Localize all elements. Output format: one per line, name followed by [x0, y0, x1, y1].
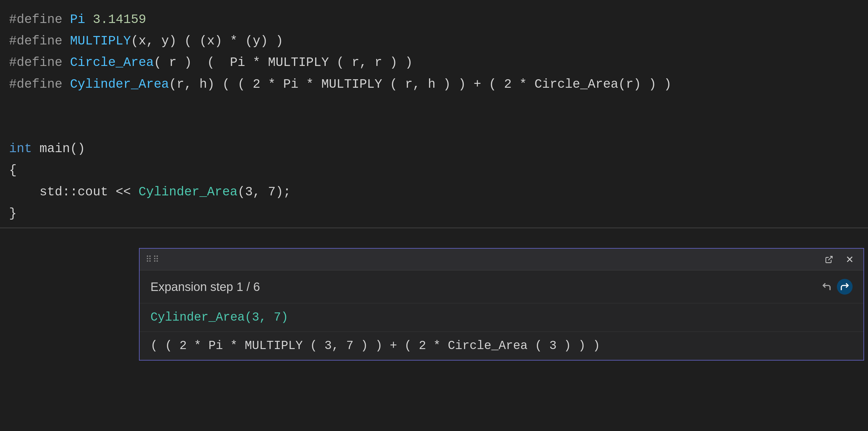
svg-line-0 [829, 256, 832, 260]
panel-header: Expansion step 1 / 6 [140, 270, 864, 304]
code-token: (x, y) ( (x) * (y) ) [131, 31, 283, 51]
code-line-3: #define Circle_Area( r ) ( Pi * MULTIPLY… [0, 52, 868, 74]
expansion-panel: ⠿⠿ ✕ Expansion step 1 / 6 [139, 248, 864, 361]
prev-step-button[interactable] [819, 279, 834, 295]
close-icon: ✕ [846, 254, 854, 265]
panel-action-buttons: ✕ [821, 252, 858, 267]
code-line-2: #define MULTIPLY(x, y) ( (x) * (y) ) [0, 31, 868, 52]
expanded-result-row: ( ( 2 * Pi * MULTIPLY ( 3, 7 ) ) + ( 2 *… [140, 332, 864, 360]
code-line-8: { [0, 160, 868, 181]
code-token: #define [9, 53, 70, 73]
code-token: #define [9, 75, 70, 95]
code-token: (3, 7); [238, 182, 291, 202]
code-token: } [9, 204, 17, 224]
code-line-9: std::cout << Cylinder_Area(3, 7); [0, 181, 868, 203]
code-token: Pi [70, 10, 85, 30]
code-token: #define [9, 10, 70, 30]
code-line-1: #define Pi 3.14159 [0, 9, 868, 31]
code-token: { [9, 160, 17, 180]
code-line-7: int main() [0, 138, 868, 160]
code-token: int [9, 139, 32, 159]
code-token: main() [32, 139, 85, 159]
code-token: MULTIPLY [70, 31, 131, 51]
expand-external-button[interactable] [821, 252, 837, 267]
expanded-result-text: ( ( 2 * Pi * MULTIPLY ( 3, 7 ) ) + ( 2 *… [151, 339, 600, 353]
code-line-10: } [0, 203, 868, 224]
code-line-4: #define Cylinder_Area(r, h) ( ( 2 * Pi *… [0, 74, 868, 95]
expansion-step-label: Expansion step 1 / 6 [151, 280, 260, 294]
code-token: ( r ) ( Pi * MULTIPLY ( r, r ) ) [154, 53, 413, 73]
code-token: #define [9, 31, 70, 51]
close-panel-button[interactable]: ✕ [842, 252, 858, 267]
drag-handle-icon: ⠿⠿ [146, 254, 160, 265]
code-token: (r, h) ( ( 2 * Pi * MULTIPLY ( r, h ) ) … [169, 75, 671, 95]
code-token: Cylinder_Area [138, 182, 238, 202]
editor-separator [0, 227, 868, 228]
original-macro-row: Cylinder_Area(3, 7) [140, 304, 864, 332]
code-line-5 [0, 95, 868, 117]
code-token: Cylinder_Area [70, 75, 169, 95]
next-step-button[interactable] [837, 279, 852, 295]
navigation-arrows [819, 279, 852, 295]
code-token: Circle_Area [70, 53, 154, 73]
original-macro-text: Cylinder_Area(3, 7) [151, 311, 288, 324]
code-editor: #define Pi 3.14159 #define MULTIPLY(x, y… [0, 0, 868, 236]
panel-titlebar: ⠿⠿ ✕ [140, 249, 864, 270]
code-line-6 [0, 117, 868, 138]
code-token: std::cout << [9, 182, 138, 202]
code-token: 3.14159 [85, 10, 146, 30]
